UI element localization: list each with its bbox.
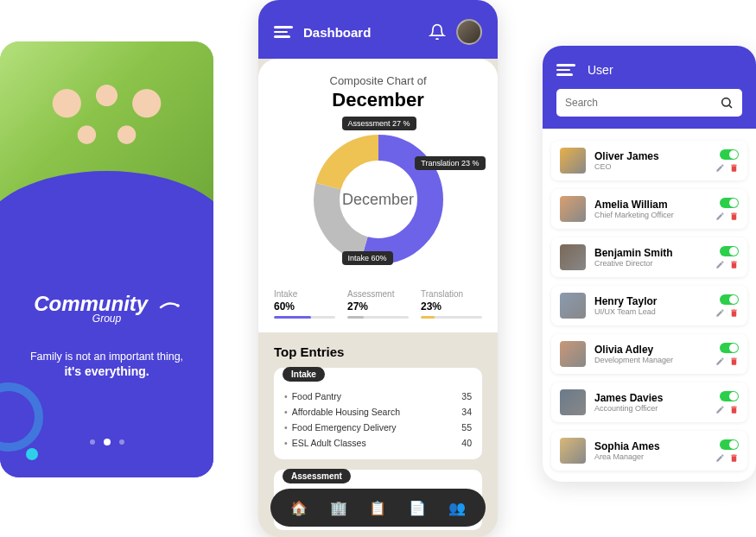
entry-count: 40 <box>461 438 472 448</box>
user-name: James Davies <box>594 392 707 404</box>
chart-month: December <box>270 89 486 111</box>
entry-row[interactable]: Food Emergency Delivery55 <box>284 420 472 435</box>
user-info: James Davies Accounting Officer <box>594 392 707 413</box>
stat-bar <box>274 316 335 319</box>
edit-icon[interactable] <box>715 357 725 366</box>
user-role: Accounting Officer <box>594 404 707 413</box>
avatar <box>560 196 586 222</box>
user-row[interactable]: Benjamin Smith Creative Director <box>551 237 747 277</box>
chart-title: Composite Chart of <box>270 74 486 87</box>
tagline-2: it's everything. <box>17 364 196 378</box>
user-row[interactable]: Sophia Ames Area Manager <box>551 431 747 471</box>
user-header: User <box>543 46 756 129</box>
stat-value: 23% <box>421 300 482 313</box>
nav-building-icon[interactable]: 🏢 <box>329 498 348 517</box>
nav-home-icon[interactable]: 🏠 <box>289 498 308 517</box>
page-title: Dashboard <box>303 25 418 40</box>
edit-icon[interactable] <box>715 308 725 318</box>
toggle-switch[interactable] <box>720 198 739 208</box>
badge-translation: Translation 23 % <box>415 156 485 170</box>
delete-icon[interactable] <box>729 163 739 173</box>
user-row[interactable]: Oliver James CEO <box>551 141 747 180</box>
avatar <box>560 389 586 415</box>
stat-name: Assessment <box>347 289 409 299</box>
entry-label: Food Emergency Delivery <box>292 422 462 433</box>
user-name: Amelia William <box>594 199 707 211</box>
delete-icon[interactable] <box>729 260 739 269</box>
entries-heading: Top Entries <box>274 344 482 359</box>
entry-row[interactable]: Affordable Housing Search34 <box>284 404 472 420</box>
user-screen: User Oliver James CEO <box>543 46 756 482</box>
stat-value: 27% <box>347 300 409 313</box>
user-row[interactable]: Amelia William Chief Marketing Officer <box>551 189 747 229</box>
svg-point-4 <box>722 98 730 106</box>
avatar <box>560 148 586 174</box>
menu-icon[interactable] <box>556 64 575 76</box>
dashboard-header: Dashboard <box>258 0 498 59</box>
entry-group: Intake Food Pantry35Affordable Housing S… <box>274 368 482 459</box>
user-list: Oliver James CEO Amelia William Chief Ma… <box>543 129 756 482</box>
pager-dot[interactable] <box>119 439 124 445</box>
avatar[interactable] <box>456 19 482 45</box>
nav-doc-icon[interactable]: 📄 <box>408 498 427 517</box>
edit-icon[interactable] <box>715 453 725 463</box>
user-row[interactable]: James Davies Accounting Officer <box>551 382 747 422</box>
user-role: Creative Director <box>594 259 707 268</box>
chart-card: Composite Chart of December December Ass… <box>258 59 498 332</box>
pager-dot-active[interactable] <box>104 439 111 445</box>
stat-name: Intake <box>274 289 335 299</box>
stat-value: 60% <box>274 300 335 313</box>
user-role: Chief Marketing Officer <box>594 211 707 219</box>
delete-icon[interactable] <box>729 212 739 221</box>
page-title: User <box>588 63 613 77</box>
user-name: Sophia Ames <box>594 440 707 452</box>
brand-logo: Community Group <box>17 292 196 325</box>
entry-label: Affordable Housing Search <box>292 407 462 417</box>
toggle-switch[interactable] <box>720 391 739 401</box>
badge-intake: Intake 60% <box>342 251 393 265</box>
toggle-switch[interactable] <box>720 439 739 450</box>
dashboard-screen: Dashboard Composite Chart of December De… <box>258 0 498 537</box>
stats-row: Intake 60% Assessment 27% Translation 23… <box>270 289 486 319</box>
edit-icon[interactable] <box>715 163 725 173</box>
decor-dot <box>26 448 38 460</box>
search-input[interactable] <box>565 97 720 109</box>
search-box[interactable] <box>556 89 742 117</box>
user-role: CEO <box>594 162 707 171</box>
svg-point-0 <box>176 304 180 307</box>
pager-dots[interactable] <box>17 439 196 445</box>
entry-row[interactable]: ESL Adult Classes40 <box>284 435 472 451</box>
toggle-switch[interactable] <box>720 343 739 353</box>
group-tag: Assessment <box>283 469 351 483</box>
delete-icon[interactable] <box>729 453 739 463</box>
edit-icon[interactable] <box>715 260 725 269</box>
delete-icon[interactable] <box>729 405 739 414</box>
stat-item: Assessment 27% <box>347 289 409 319</box>
edit-icon[interactable] <box>715 212 725 221</box>
nav-clipboard-icon[interactable]: 📋 <box>368 498 387 517</box>
splash-body: Community Group Family is not an importa… <box>0 240 213 477</box>
user-name: Benjamin Smith <box>594 247 707 259</box>
user-actions <box>715 343 739 366</box>
delete-icon[interactable] <box>729 308 739 318</box>
toggle-switch[interactable] <box>720 246 739 256</box>
user-name: Oliver James <box>594 150 707 162</box>
bell-icon[interactable] <box>429 23 446 41</box>
toggle-switch[interactable] <box>720 294 739 305</box>
avatar <box>560 341 586 367</box>
user-info: Oliver James CEO <box>594 150 707 171</box>
entry-row[interactable]: Food Pantry35 <box>284 389 472 404</box>
search-icon[interactable] <box>720 96 734 110</box>
edit-icon[interactable] <box>715 405 725 414</box>
nav-users-icon[interactable]: 👥 <box>448 498 467 517</box>
user-info: Sophia Ames Area Manager <box>594 440 707 461</box>
user-row[interactable]: Olivia Adley Development Manager <box>551 334 747 374</box>
entry-count: 34 <box>461 407 472 417</box>
user-role: UI/UX Team Lead <box>594 307 707 316</box>
user-row[interactable]: Henry Taylor UI/UX Team Lead <box>551 286 747 325</box>
user-role: Development Manager <box>594 356 707 364</box>
menu-icon[interactable] <box>274 26 293 38</box>
toggle-switch[interactable] <box>720 149 739 160</box>
delete-icon[interactable] <box>729 357 739 366</box>
pager-dot[interactable] <box>90 439 95 445</box>
